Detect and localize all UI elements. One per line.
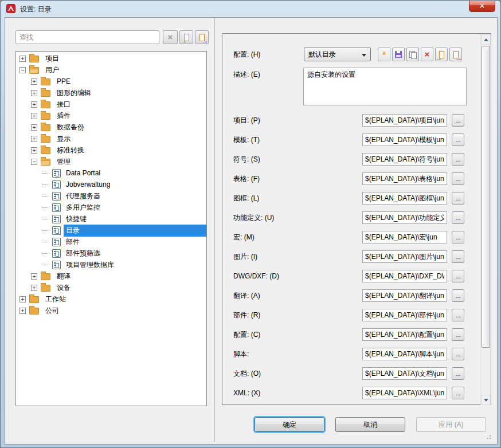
browse-button[interactable]: ... bbox=[452, 289, 464, 302]
tree-node[interactable]: 项目管理数据库 bbox=[16, 259, 206, 270]
new-config-button[interactable]: * bbox=[378, 48, 390, 61]
delete-config-button[interactable]: × bbox=[421, 48, 433, 61]
browse-button[interactable]: ... bbox=[452, 309, 464, 321]
copy-config-button[interactable] bbox=[406, 48, 419, 61]
tree-node[interactable]: +工作站 bbox=[16, 293, 206, 305]
tree-node-label: PPE bbox=[54, 76, 73, 87]
browse-button[interactable]: ... bbox=[452, 328, 464, 341]
browse-button[interactable]: ... bbox=[452, 192, 464, 205]
browse-button[interactable]: ... bbox=[452, 387, 464, 399]
expand-toggle[interactable]: + bbox=[31, 90, 37, 96]
clear-search-button[interactable]: × bbox=[163, 30, 178, 44]
tree-node[interactable]: +设备 bbox=[16, 282, 206, 293]
save-config-button[interactable] bbox=[392, 48, 405, 61]
directory-path-input[interactable] bbox=[362, 348, 447, 360]
field-label: 符号: (S) bbox=[233, 153, 260, 166]
browse-button[interactable]: ... bbox=[452, 231, 464, 243]
tree-node[interactable]: +标准转换 bbox=[16, 144, 206, 156]
settings-page-icon bbox=[52, 180, 61, 189]
expand-toggle[interactable]: + bbox=[31, 124, 37, 131]
browse-button[interactable]: ... bbox=[452, 133, 464, 146]
description-field[interactable]: 源自安装的设置 bbox=[303, 68, 467, 105]
tree-node[interactable]: Jobverwaltung bbox=[16, 179, 206, 190]
directory-path-input[interactable] bbox=[362, 328, 447, 341]
browse-button[interactable]: ... bbox=[452, 367, 464, 380]
apply-button[interactable]: 应用 (A) bbox=[416, 417, 486, 432]
collapse-toggle[interactable]: − bbox=[19, 67, 26, 73]
expand-toggle[interactable]: + bbox=[19, 56, 26, 62]
tree-node[interactable]: +图形的编辑 bbox=[16, 87, 206, 99]
eplan-logo-icon bbox=[6, 4, 15, 13]
browse-button[interactable]: ... bbox=[452, 250, 464, 263]
settings-page-icon bbox=[52, 249, 61, 258]
directory-path-input[interactable] bbox=[362, 153, 447, 166]
directory-path-input[interactable] bbox=[362, 211, 447, 224]
expand-toggle[interactable]: + bbox=[31, 285, 37, 291]
scroll-down-button[interactable] bbox=[481, 395, 491, 405]
scrollbar-thumb[interactable] bbox=[482, 46, 490, 348]
directory-path-input[interactable] bbox=[362, 133, 447, 146]
tree-node-label: 目录 bbox=[64, 225, 206, 237]
tree-node[interactable]: 多用户监控 bbox=[16, 202, 206, 213]
directory-path-input[interactable] bbox=[362, 367, 447, 380]
tree-node[interactable]: 目录 bbox=[16, 225, 206, 236]
directory-path-input[interactable] bbox=[362, 231, 447, 243]
expand-toggle[interactable]: + bbox=[31, 136, 37, 142]
tree-node[interactable]: +接口 bbox=[16, 99, 206, 110]
expand-toggle[interactable]: + bbox=[31, 147, 37, 154]
settings-page-icon bbox=[52, 238, 61, 246]
expand-toggle[interactable]: + bbox=[19, 296, 26, 302]
scrollbar[interactable] bbox=[480, 34, 490, 405]
expand-toggle[interactable]: + bbox=[31, 273, 37, 280]
tree-node[interactable]: +PPE bbox=[16, 76, 206, 87]
tree-node[interactable]: −管理 bbox=[16, 156, 206, 167]
tree-node[interactable]: +插件 bbox=[16, 110, 206, 121]
cancel-button[interactable]: 取消 bbox=[335, 417, 405, 432]
tree-node-label: 多用户监控 bbox=[64, 202, 103, 214]
expand-toggle[interactable]: + bbox=[19, 308, 26, 314]
close-button[interactable]: ✕ bbox=[469, 1, 495, 12]
expand-toggle[interactable]: + bbox=[31, 113, 37, 119]
settings-tree[interactable]: +项目−用户+PPE+图形的编辑+接口+插件+数据备份+显示+标准转换−管理Da… bbox=[15, 51, 207, 406]
tree-node[interactable]: −用户 bbox=[16, 64, 206, 76]
browse-button[interactable]: ... bbox=[452, 172, 464, 185]
tree-node[interactable]: +项目 bbox=[16, 53, 206, 64]
expand-toggle[interactable]: + bbox=[31, 101, 37, 108]
tree-node[interactable]: 代理服务器 bbox=[16, 190, 206, 202]
scroll-up-button[interactable] bbox=[481, 34, 491, 45]
directory-path-input[interactable] bbox=[362, 289, 447, 302]
tree-node[interactable]: +公司 bbox=[16, 305, 206, 316]
goto-next-hit-button[interactable]: → bbox=[195, 30, 209, 44]
directory-path-input[interactable] bbox=[362, 192, 447, 205]
search-input[interactable] bbox=[15, 30, 159, 44]
import-config-button[interactable]: → bbox=[435, 48, 448, 61]
directory-path-input[interactable] bbox=[362, 114, 447, 127]
titlebar[interactable]: 设置: 目录 ✕ bbox=[1, 1, 500, 17]
goto-previous-hit-button[interactable]: → bbox=[179, 30, 193, 44]
save-icon bbox=[395, 51, 402, 58]
tree-node[interactable]: 部件预筛选 bbox=[16, 247, 206, 259]
browse-button[interactable]: ... bbox=[452, 153, 464, 166]
ok-button[interactable]: 确定 bbox=[255, 417, 324, 432]
tree-node[interactable]: +数据备份 bbox=[16, 121, 206, 133]
directory-path-input[interactable] bbox=[362, 387, 447, 399]
directory-path-input[interactable] bbox=[362, 172, 447, 185]
tree-node[interactable]: 部件 bbox=[16, 236, 206, 247]
browse-button[interactable]: ... bbox=[452, 211, 464, 224]
browse-button[interactable]: ... bbox=[452, 348, 464, 360]
resize-grip[interactable] bbox=[487, 435, 491, 439]
tree-node[interactable]: Data Portal bbox=[16, 167, 206, 179]
directory-path-input[interactable] bbox=[362, 309, 447, 321]
clear-x-icon: × bbox=[168, 33, 173, 41]
directory-path-input[interactable] bbox=[362, 270, 447, 282]
browse-button[interactable]: ... bbox=[452, 270, 464, 282]
browse-button[interactable]: ... bbox=[452, 114, 464, 127]
directory-path-input[interactable] bbox=[362, 250, 447, 263]
config-select[interactable]: 默认目录 bbox=[304, 48, 371, 61]
export-config-button[interactable]: → bbox=[449, 48, 462, 61]
tree-node[interactable]: 快捷键 bbox=[16, 213, 206, 225]
tree-node[interactable]: +翻译 bbox=[16, 270, 206, 282]
expand-toggle[interactable]: + bbox=[31, 78, 37, 85]
collapse-toggle[interactable]: − bbox=[31, 159, 37, 165]
tree-node[interactable]: +显示 bbox=[16, 133, 206, 144]
